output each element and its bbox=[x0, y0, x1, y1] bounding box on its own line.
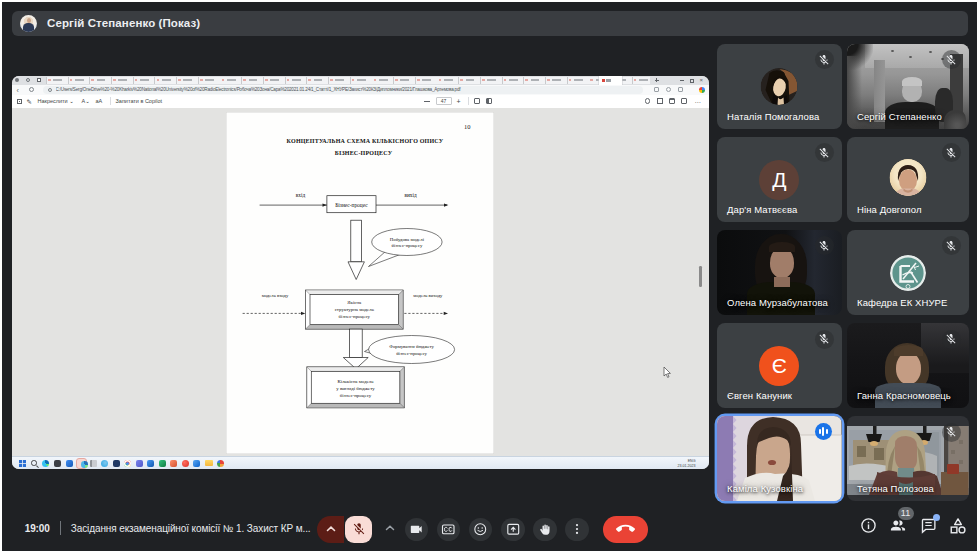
svg-text:вхід: вхід bbox=[296, 191, 306, 197]
svg-text:модель виходу: модель виходу bbox=[413, 293, 443, 298]
svg-text:бізнес-процесу: бізнес-процесу bbox=[339, 314, 371, 319]
svg-text:КОНЦЕПТУАЛЬНА СХЕМА КІЛЬКІСНОГ: КОНЦЕПТУАЛЬНА СХЕМА КІЛЬКІСНОГО ОПИСУ bbox=[287, 138, 444, 144]
svg-text:бізнес-процесу: бізнес-процесу bbox=[391, 243, 422, 248]
svg-text:БІЗНЕС-ПРОЦЕСУ: БІЗНЕС-ПРОЦЕСУ bbox=[335, 149, 393, 155]
svg-text:10: 10 bbox=[464, 123, 471, 130]
svg-text:модель входу: модель входу bbox=[262, 293, 289, 298]
svg-text:структурна модель: структурна модель bbox=[335, 307, 375, 312]
svg-text:бізнес-процесу: бізнес-процесу bbox=[396, 351, 427, 356]
svg-text:Побудова моделі: Побудова моделі bbox=[390, 237, 425, 242]
svg-text:Якісна: Якісна bbox=[347, 300, 362, 305]
svg-text:у вигляді бюджету: у вигляді бюджету bbox=[336, 386, 375, 391]
svg-text:Кількісна модель: Кількісна модель bbox=[338, 379, 375, 384]
svg-text:бізнес-процесу: бізнес-процесу bbox=[340, 393, 372, 398]
svg-text:вихід: вихід bbox=[405, 191, 417, 197]
svg-text:Бізнес-процес: Бізнес-процес bbox=[335, 202, 368, 208]
svg-text:Формування бюджету: Формування бюджету bbox=[389, 344, 434, 349]
